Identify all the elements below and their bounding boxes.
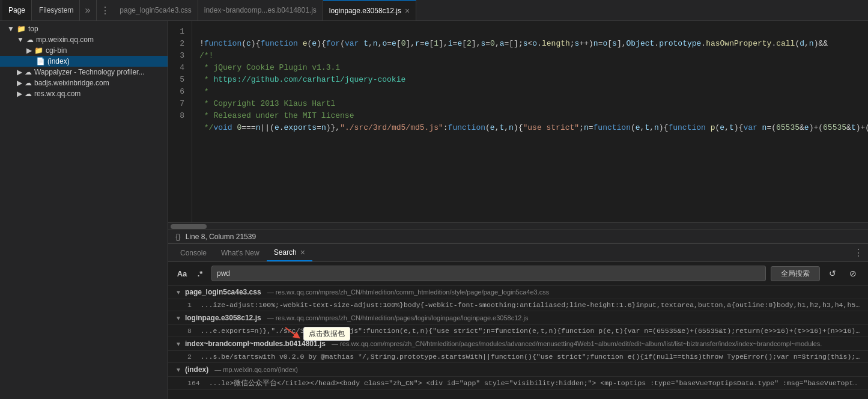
panel-tab-filesystem[interactable]: Filesystem <box>33 0 80 20</box>
tab-search-close-icon[interactable]: × <box>300 248 305 257</box>
result-line-num-3: 2 <box>187 353 192 361</box>
main-area: ▼ 📁 top ▼ ☁ mp.weixin.qq.com ▶ 📁 cgi-bin <box>0 21 868 399</box>
panel-tabs-more-icon[interactable]: » <box>81 5 94 16</box>
clear-button[interactable]: ⊘ <box>845 266 861 281</box>
panel-tab-page[interactable]: Page <box>2 0 32 20</box>
bottom-tabs: Console What's New Search × ⋮ <box>168 244 868 262</box>
result-file-header-login[interactable]: ▼ loginpage.e3058c12.js — res.wx.qq.com/… <box>168 311 868 325</box>
editor-status-bar: {} Line 8, Column 21539 <box>168 230 868 243</box>
result-line-num-2: 8 <box>187 327 192 335</box>
cursor-position: Line 8, Column 21539 <box>186 233 256 241</box>
triangle-down-icon: ▼ <box>7 25 14 33</box>
triangle-right-icon-3: ▶ <box>17 79 22 87</box>
file-icon-index: 📄 <box>36 57 45 65</box>
result-toggle-icon-3: ▼ <box>175 341 181 347</box>
result-line-num-4: 164 <box>187 379 200 387</box>
result-match-index-1[interactable]: 164 ...le>微信公众平台</title></head><body cla… <box>168 377 868 390</box>
result-filepath-4: — mp.weixin.qq.com/(index) <box>214 366 298 373</box>
result-line-num: 1 <box>187 301 192 309</box>
tab-search[interactable]: Search × <box>267 244 312 261</box>
result-match-login-1[interactable]: 8 ...e.exports=n)},"./src/3rd/md5/md5.js… <box>168 325 868 337</box>
editor-area: 1 2 3 4 5 6 7 8 !function(c){function e(… <box>168 21 868 243</box>
search-results: ▼ page_login5ca4e3.css — res.wx.qq.com/m… <box>168 285 868 399</box>
file-tab-js-brand[interactable]: index~brandcomp...es.b0414801.js <box>198 0 323 20</box>
result-filename-2: loginpage.e3058c12.js <box>185 314 261 322</box>
regex-button[interactable]: .* <box>193 267 207 280</box>
file-tab-js-login[interactable]: loginpage.e3058c12.js × <box>323 0 416 20</box>
file-tabs: page_login5ca4e3.css index~brandcomp...e… <box>114 0 868 20</box>
result-match-brand-1[interactable]: 2 ...s.be/startswith v0.2.0 by @mathias … <box>168 351 868 363</box>
search-input-wrapper: pwd <box>211 266 766 281</box>
top-bar: Page Filesystem » ⋮ page_login5ca4e3.css… <box>0 0 868 21</box>
cloud-icon-badjs: ☁ <box>25 79 32 87</box>
bottom-panel-menu-icon[interactable]: ⋮ <box>854 247 863 258</box>
global-search-button[interactable]: 全局搜索 <box>771 266 820 281</box>
arrow-note-text: 点击数据包 <box>303 327 350 341</box>
tree-item-mp-weixin[interactable]: ▼ ☁ mp.weixin.qq.com <box>0 34 168 45</box>
tree-item-wappalyzer[interactable]: ▶ ☁ Wappalyzer - Technology profiler... <box>0 67 168 78</box>
refresh-button[interactable]: ↺ <box>825 266 840 281</box>
result-toggle-icon-2: ▼ <box>175 315 181 321</box>
search-toolbar: Aa .* pwd 全局搜索 ↺ ⊘ <box>168 262 868 285</box>
result-filename-4: (index) <box>185 365 208 374</box>
result-file-header-index[interactable]: ▼ (index) — mp.weixin.qq.com/(index) <box>168 363 868 377</box>
triangle-right-icon-2: ▶ <box>17 68 22 76</box>
tree-item-cgi-bin[interactable]: ▶ 📁 cgi-bin <box>0 45 168 56</box>
code-container[interactable]: 1 2 3 4 5 6 7 8 !function(c){function e(… <box>168 21 868 222</box>
result-filepath-2: — res.wx.qq.com/mpres/zh_CN/htmledition/… <box>267 314 529 321</box>
cloud-icon-wap: ☁ <box>25 68 32 76</box>
result-toggle-icon-4: ▼ <box>175 367 181 373</box>
triangle-down-icon-2: ▼ <box>17 35 24 44</box>
cloud-icon-mp: ☁ <box>26 35 34 44</box>
result-match-css-1[interactable]: 1 ...ize-adjust:100%;-webkit-text-size-a… <box>168 299 868 311</box>
search-input-value: pwd <box>212 269 235 278</box>
line-numbers: 1 2 3 4 5 6 7 8 <box>168 21 192 222</box>
format-icon[interactable]: {} <box>175 232 181 241</box>
result-filepath-1: — res.wx.qq.com/mpres/zh_CN/htmledition/… <box>267 288 550 296</box>
folder-icon-top: 📁 <box>17 25 26 33</box>
file-tab-css[interactable]: page_login5ca4e3.css <box>114 0 198 20</box>
arrow-annotation: 点击数据包 <box>279 324 350 343</box>
result-toggle-icon-1: ▼ <box>175 289 181 296</box>
tab-whats-new[interactable]: What's New <box>214 244 267 261</box>
panel-tabs: Page Filesystem » <box>0 0 97 20</box>
file-tab-close-icon[interactable]: × <box>405 7 410 15</box>
horizontal-scrollbar[interactable] <box>168 222 868 230</box>
triangle-right-icon: ▶ <box>26 46 32 55</box>
bottom-panel: Console What's New Search × ⋮ Aa .* pwd <box>168 243 868 399</box>
result-filename-1: page_login5ca4e3.css <box>185 288 261 296</box>
scrollbar-thumb[interactable] <box>171 224 207 229</box>
triangle-right-icon-4: ▶ <box>17 90 22 98</box>
code-content: !function(c){function e(e){for(var t,n,o… <box>192 21 868 222</box>
sidebar: ▼ 📁 top ▼ ☁ mp.weixin.qq.com ▶ 📁 cgi-bin <box>0 21 168 399</box>
folder-icon-cgi: 📁 <box>34 46 43 55</box>
file-tree: ▼ 📁 top ▼ ☁ mp.weixin.qq.com ▶ 📁 cgi-bin <box>0 21 168 399</box>
result-filepath-3: — res.wx.qq.com/mpres/zh_CN/htmledition/… <box>332 340 822 347</box>
tree-item-badjs[interactable]: ▶ ☁ badjs.weixinbridge.com <box>0 78 168 88</box>
tab-console[interactable]: Console <box>173 244 214 261</box>
tree-item-res-wx[interactable]: ▶ ☁ res.wx.qq.com <box>0 88 168 99</box>
tree-item-top[interactable]: ▼ 📁 top <box>0 23 168 34</box>
result-file-header-css[interactable]: ▼ page_login5ca4e3.css — res.wx.qq.com/m… <box>168 285 868 299</box>
tree-item-index[interactable]: 📄 (index) <box>0 56 168 67</box>
cloud-icon-res: ☁ <box>25 90 32 98</box>
case-sensitive-button[interactable]: Aa <box>175 267 189 280</box>
search-panel: Aa .* pwd 全局搜索 ↺ ⊘ ▼ page_login5ca4e3.cs… <box>168 262 868 399</box>
top-bar-menu-icon[interactable]: ⋮ <box>97 5 114 16</box>
result-file-header-brand[interactable]: ▼ index~brandcompl~modules.b0414801.js —… <box>168 337 868 351</box>
